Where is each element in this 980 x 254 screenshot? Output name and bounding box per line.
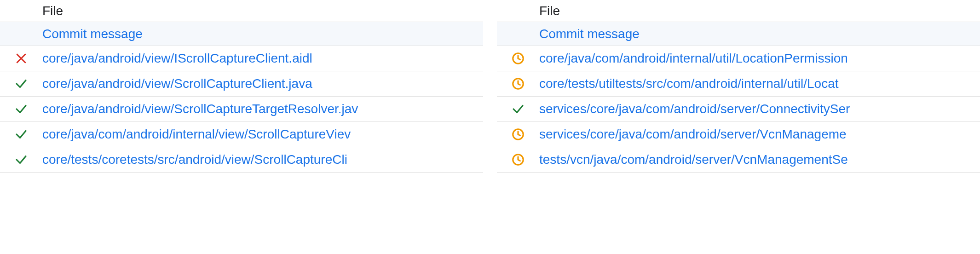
file-column-header[interactable]: File xyxy=(42,4,483,18)
clock-icon xyxy=(511,77,525,91)
clock-icon xyxy=(511,153,525,167)
file-path-link[interactable]: core/tests/coretests/src/android/view/Sc… xyxy=(42,152,483,167)
file-path-link[interactable]: core/java/android/view/ScrollCaptureTarg… xyxy=(42,102,483,116)
status-pending xyxy=(497,77,539,91)
file-row: core/java/android/view/ScrollCaptureTarg… xyxy=(0,97,483,122)
check-icon xyxy=(511,102,525,116)
commit-message-link[interactable]: Commit message xyxy=(42,27,483,41)
status-pending xyxy=(497,153,539,167)
check-icon xyxy=(14,102,28,116)
clock-icon xyxy=(511,127,525,141)
check-icon xyxy=(14,77,28,91)
file-row: core/tests/coretests/src/android/view/Sc… xyxy=(0,147,483,173)
file-column-header[interactable]: File xyxy=(539,4,980,18)
file-path-link[interactable]: core/java/com/android/internal/util/Loca… xyxy=(539,51,980,66)
clock-icon xyxy=(511,52,525,65)
check-icon xyxy=(14,153,28,167)
status-pass xyxy=(0,153,42,167)
file-path-link[interactable]: core/java/android/view/ScrollCaptureClie… xyxy=(42,76,483,91)
file-header-row: File xyxy=(497,0,980,22)
file-path-link[interactable]: core/java/android/view/IScrollCaptureCli… xyxy=(42,51,483,66)
file-header-row: File xyxy=(0,0,483,22)
file-row: core/java/com/android/internal/util/Loca… xyxy=(497,46,980,71)
status-pass xyxy=(0,127,42,141)
file-path-link[interactable]: core/java/com/android/internal/view/Scro… xyxy=(42,127,483,142)
file-path-link[interactable]: services/core/java/com/android/server/Vc… xyxy=(539,127,980,142)
file-row: services/core/java/com/android/server/Co… xyxy=(497,97,980,122)
status-pass xyxy=(0,77,42,91)
commit-message-row[interactable]: Commit message xyxy=(497,22,980,46)
status-pass xyxy=(497,102,539,116)
file-row: services/core/java/com/android/server/Vc… xyxy=(497,122,980,147)
status-pending xyxy=(497,52,539,65)
file-path-link[interactable]: core/tests/utiltests/src/com/android/int… xyxy=(539,76,980,91)
cross-icon xyxy=(14,52,28,65)
commit-message-row[interactable]: Commit message xyxy=(0,22,483,46)
file-row: core/java/android/view/ScrollCaptureClie… xyxy=(0,71,483,97)
file-path-link[interactable]: services/core/java/com/android/server/Co… xyxy=(539,102,980,116)
file-row: core/java/com/android/internal/view/Scro… xyxy=(0,122,483,147)
check-icon xyxy=(14,127,28,141)
status-pending xyxy=(497,127,539,141)
file-list-panel-left: File Commit message core/java/android/vi… xyxy=(0,0,483,254)
status-pass xyxy=(0,102,42,116)
file-row: tests/vcn/java/com/android/server/VcnMan… xyxy=(497,147,980,173)
file-row: core/java/android/view/IScrollCaptureCli… xyxy=(0,46,483,71)
file-list-panel-right: File Commit message core/java/com/androi… xyxy=(497,0,980,254)
file-path-link[interactable]: tests/vcn/java/com/android/server/VcnMan… xyxy=(539,152,980,167)
status-fail xyxy=(0,52,42,65)
file-row: core/tests/utiltests/src/com/android/int… xyxy=(497,71,980,97)
commit-message-link[interactable]: Commit message xyxy=(539,27,980,41)
